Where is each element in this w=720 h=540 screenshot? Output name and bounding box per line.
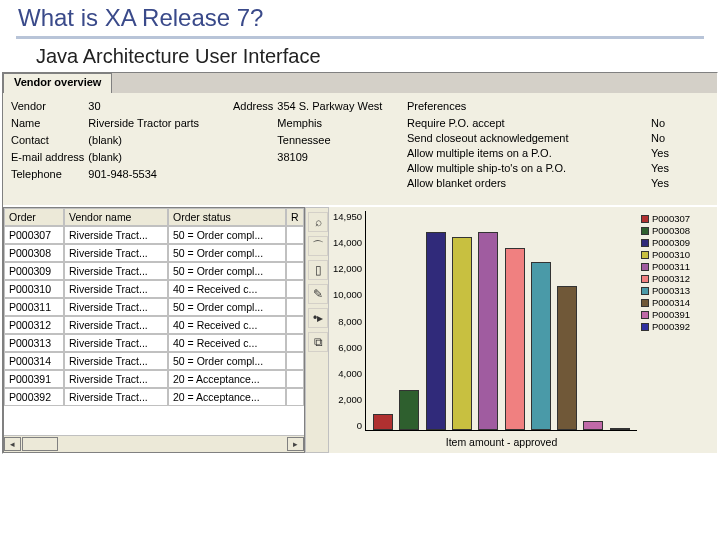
address-label: Address xyxy=(233,99,273,114)
chart-x-label: Item amount - approved xyxy=(366,436,637,448)
legend-swatch xyxy=(641,299,649,307)
legend-label: P000391 xyxy=(652,309,690,320)
horizontal-scrollbar[interactable]: ◂ ▸ xyxy=(4,435,304,452)
pref-label: Send closeout acknowledgement xyxy=(407,131,568,146)
order-grid: Order Vendor name Order status R P000307… xyxy=(3,207,305,453)
table-row[interactable]: P000312Riverside Tract...40 = Received c… xyxy=(4,316,304,334)
table-row[interactable]: P000307Riverside Tract...50 = Order comp… xyxy=(4,226,304,244)
slide-title: What is XA Release 7? xyxy=(0,0,720,32)
legend-label: P000311 xyxy=(652,261,690,272)
cell-status: 20 = Acceptance... xyxy=(168,388,286,406)
pref-label: Allow multiple ship-to's on a P.O. xyxy=(407,161,568,176)
address-line: 38109 xyxy=(277,150,382,165)
col-order-header[interactable]: Order xyxy=(4,208,64,226)
legend-swatch xyxy=(641,287,649,295)
cell-r xyxy=(286,280,304,298)
legend-label: P000307 xyxy=(652,213,690,224)
cell-status: 50 = Order compl... xyxy=(168,244,286,262)
cell-order: P000310 xyxy=(4,280,64,298)
pref-value: Yes xyxy=(651,146,669,161)
chart-bar[interactable] xyxy=(557,286,577,430)
col-vendor-header[interactable]: Vendor name xyxy=(64,208,168,226)
pencil-icon[interactable]: ✎ xyxy=(308,284,328,304)
cell-r xyxy=(286,316,304,334)
scroll-thumb[interactable] xyxy=(22,437,58,451)
ov-value: 901-948-5534 xyxy=(88,167,199,182)
chart-pane: 14,95014,00012,00010,0008,0006,0004,0002… xyxy=(329,207,717,453)
legend-item: P000308 xyxy=(641,225,715,236)
pref-value: Yes xyxy=(651,161,669,176)
address-line: Tennessee xyxy=(277,133,382,148)
legend-label: P000392 xyxy=(652,321,690,332)
legend-item: P000309 xyxy=(641,237,715,248)
copy-icon[interactable]: ⧉ xyxy=(308,332,328,352)
preferences-label: Preferences xyxy=(407,99,568,114)
split-pane: Order Vendor name Order status R P000307… xyxy=(3,205,717,453)
cell-order: P000391 xyxy=(4,370,64,388)
grid-header-row: Order Vendor name Order status R xyxy=(4,208,304,226)
legend-label: P000314 xyxy=(652,297,690,308)
y-tick: 2,000 xyxy=(338,394,362,405)
ov-value: (blank) xyxy=(88,150,199,165)
chart-bar[interactable] xyxy=(583,421,603,430)
table-row[interactable]: P000308Riverside Tract...50 = Order comp… xyxy=(4,244,304,262)
cell-vendor: Riverside Tract... xyxy=(64,334,168,352)
y-tick: 14,000 xyxy=(333,237,362,248)
cell-r xyxy=(286,244,304,262)
cell-r xyxy=(286,226,304,244)
chart-bar[interactable] xyxy=(399,390,419,430)
cell-order: P000392 xyxy=(4,388,64,406)
chart-bar[interactable] xyxy=(505,248,525,430)
legend-item: P000391 xyxy=(641,309,715,320)
chart-bar[interactable] xyxy=(426,232,446,430)
table-row[interactable]: P000314Riverside Tract...50 = Order comp… xyxy=(4,352,304,370)
pref-label: Allow blanket orders xyxy=(407,176,568,191)
slide-divider xyxy=(16,36,704,39)
slide-subtitle: Java Architecture User Interface xyxy=(0,45,720,72)
doc-icon[interactable]: ▯ xyxy=(308,260,328,280)
legend-label: P000310 xyxy=(652,249,690,260)
ov-value: 30 xyxy=(88,99,199,114)
address-line: 354 S. Parkway West xyxy=(277,99,382,114)
glasses-icon[interactable]: ⌒ xyxy=(308,236,328,256)
ov-value: (blank) xyxy=(88,133,199,148)
scroll-right-button[interactable]: ▸ xyxy=(287,437,304,451)
chart-y-axis: 14,95014,00012,00010,0008,0006,0004,0002… xyxy=(333,211,365,451)
table-row[interactable]: P000311Riverside Tract...50 = Order comp… xyxy=(4,298,304,316)
table-row[interactable]: P000313Riverside Tract...40 = Received c… xyxy=(4,334,304,352)
col-status-header[interactable]: Order status xyxy=(168,208,286,226)
chart-bar[interactable] xyxy=(373,414,393,430)
table-row[interactable]: P000391Riverside Tract...20 = Acceptance… xyxy=(4,370,304,388)
pref-label: Require P.O. accept xyxy=(407,116,568,131)
scroll-left-button[interactable]: ◂ xyxy=(4,437,21,451)
legend-swatch xyxy=(641,263,649,271)
pref-value: No xyxy=(651,116,669,131)
table-row[interactable]: P000392Riverside Tract...20 = Acceptance… xyxy=(4,388,304,406)
cell-vendor: Riverside Tract... xyxy=(64,316,168,334)
y-tick: 6,000 xyxy=(338,342,362,353)
cell-r xyxy=(286,298,304,316)
legend-swatch xyxy=(641,251,649,259)
chart-bar[interactable] xyxy=(452,237,472,430)
cell-status: 50 = Order compl... xyxy=(168,298,286,316)
bullet-icon[interactable]: •▸ xyxy=(308,308,328,328)
cell-order: P000314 xyxy=(4,352,64,370)
tab-vendor-overview[interactable]: Vendor overview xyxy=(3,73,112,93)
chart-bar[interactable] xyxy=(478,232,498,430)
table-row[interactable]: P000310Riverside Tract...40 = Received c… xyxy=(4,280,304,298)
chart-bar[interactable] xyxy=(610,428,630,430)
y-tick: 10,000 xyxy=(333,289,362,300)
binoculars-icon[interactable]: ⌕ xyxy=(308,212,328,232)
cell-vendor: Riverside Tract... xyxy=(64,280,168,298)
col-r-header[interactable]: R xyxy=(286,208,304,226)
ov-label: Telephone xyxy=(11,167,84,182)
chart-bar[interactable] xyxy=(531,262,551,430)
legend-item: P000314 xyxy=(641,297,715,308)
ov-label: Vendor xyxy=(11,99,84,114)
pref-value: Yes xyxy=(651,176,669,191)
cell-order: P000307 xyxy=(4,226,64,244)
cell-order: P000313 xyxy=(4,334,64,352)
table-row[interactable]: P000309Riverside Tract...50 = Order comp… xyxy=(4,262,304,280)
tab-strip: Vendor overview xyxy=(3,73,717,93)
y-tick: 14,950 xyxy=(333,211,362,222)
